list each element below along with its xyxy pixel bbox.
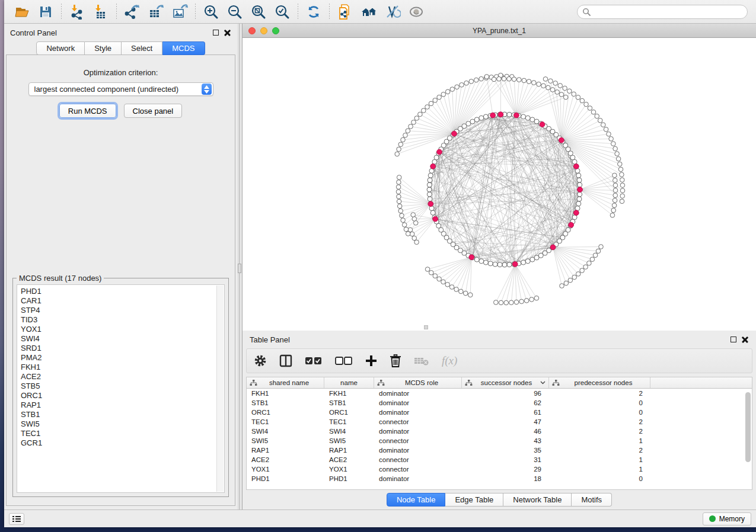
network-leaf-node[interactable] [410,232,414,236]
network-leaf-node[interactable] [560,284,564,289]
table-row[interactable]: SWI5SWI5connector431 [247,436,752,446]
table-settings-gear-icon[interactable] [254,352,267,370]
zoom-out-icon[interactable] [223,2,247,21]
network-leaf-node[interactable] [588,106,592,111]
network-leaf-node[interactable] [464,81,469,85]
vertical-splitter[interactable] [237,24,242,509]
network-leaf-node[interactable] [450,87,455,92]
network-node[interactable] [525,116,530,120]
network-node[interactable] [427,192,432,197]
network-leaf-node[interactable] [593,253,598,258]
network-leaf-node[interactable] [599,245,604,249]
network-leaf-node[interactable] [613,193,618,198]
network-leaf-node[interactable] [412,236,417,241]
network-leaf-node[interactable] [437,277,442,281]
network-leaf-node[interactable] [613,198,617,203]
table-row[interactable]: SWI4SWI4dominator462 [247,427,752,436]
mcds-hub-node[interactable] [573,210,579,216]
splitter-handle[interactable] [238,264,241,273]
mcds-hub-node[interactable] [433,216,438,222]
network-leaf-node[interactable] [411,213,416,217]
network-leaf-node[interactable] [468,293,473,297]
network-leaf-node[interactable] [395,152,400,156]
mcds-result-item[interactable]: CAR1 [21,296,224,306]
network-leaf-node[interactable] [397,175,401,180]
tab-network[interactable]: Network [36,41,85,55]
export-network-icon[interactable] [120,2,144,21]
mcds-result-item[interactable]: PHD1 [21,287,224,296]
network-leaf-node[interactable] [519,299,524,304]
float-panel-icon[interactable] [213,30,219,36]
network-leaf-node[interactable] [550,88,555,92]
column-header-name[interactable]: name [324,377,374,388]
network-leaf-node[interactable] [572,275,577,280]
network-leaf-node[interactable] [527,79,531,84]
network-node[interactable] [483,260,488,265]
zoom-selected-icon[interactable] [270,2,294,21]
network-leaf-node[interactable] [406,129,410,133]
table-row[interactable]: FKH1FKH1dominator962 [247,389,752,398]
close-panel-button[interactable]: Close panel [124,104,183,118]
run-mcds-button[interactable]: Run MCDS [59,104,116,118]
network-node[interactable] [428,178,432,182]
table-row[interactable]: TEC1TEC1connector472 [247,417,752,427]
network-leaf-node[interactable] [425,267,430,272]
network-leaf-node[interactable] [555,90,560,95]
network-leaf-node[interactable] [460,83,464,88]
network-node[interactable] [577,178,582,182]
network-leaf-node[interactable] [397,204,402,209]
table-row[interactable]: YOX1YOX1connector291 [247,464,752,474]
network-leaf-node[interactable] [401,137,406,142]
column-header-predecessor-nodes[interactable]: predecessor nodes [549,377,650,388]
network-node[interactable] [428,197,432,201]
network-leaf-node[interactable] [591,110,596,114]
mcds-result-scrollbar[interactable] [216,286,224,492]
network-node[interactable] [578,192,582,197]
network-leaf-node[interactable] [611,142,616,146]
network-leaf-node[interactable] [509,300,514,305]
network-leaf-node[interactable] [433,98,438,103]
mcds-result-item[interactable]: YOX1 [21,325,224,334]
network-leaf-node[interactable] [401,218,406,223]
table-row[interactable]: ORC1ORC1dominator610 [247,408,752,417]
network-node[interactable] [507,112,512,117]
network-leaf-node[interactable] [532,81,537,85]
column-header-successor-nodes[interactable]: successor nodes [462,377,549,388]
network-leaf-node[interactable] [616,156,621,161]
network-leaf-node[interactable] [564,281,569,286]
network-leaf-node[interactable] [459,289,464,294]
network-leaf-node[interactable] [425,105,430,110]
network-leaf-node[interactable] [607,132,611,137]
network-node[interactable] [497,262,502,267]
network-leaf-node[interactable] [406,232,410,236]
network-leaf-node[interactable] [414,240,419,245]
network-node[interactable] [570,155,575,160]
mcds-hub-node[interactable] [437,149,442,155]
network-leaf-node[interactable] [454,287,459,292]
network-leaf-node[interactable] [514,300,519,305]
import-network-icon[interactable] [65,2,89,21]
network-leaf-node[interactable] [584,102,589,107]
home-networks-icon[interactable] [357,2,381,21]
network-leaf-node[interactable] [504,300,509,305]
clone-network-icon[interactable] [333,2,357,21]
network-leaf-node[interactable] [610,213,615,218]
network-leaf-node[interactable] [609,137,614,142]
network-leaf-node[interactable] [412,217,417,222]
network-leaf-node[interactable] [620,183,625,188]
network-leaf-node[interactable] [534,296,539,300]
network-node[interactable] [427,182,432,187]
open-file-icon[interactable] [10,2,34,21]
mcds-hub-node[interactable] [490,113,496,118]
mcds-hub-node[interactable] [512,261,518,267]
network-node[interactable] [479,259,484,264]
close-panel-icon[interactable] [224,29,231,36]
network-leaf-node[interactable] [563,95,568,100]
network-leaf-node[interactable] [502,76,506,81]
network-leaf-node[interactable] [613,183,618,188]
network-leaf-node[interactable] [484,75,489,79]
optimization-criterion-select[interactable]: largest connected component (undirected) [28,82,213,96]
network-leaf-node[interactable] [398,142,403,147]
mcds-hub-node[interactable] [540,122,545,127]
network-node[interactable] [470,119,475,124]
